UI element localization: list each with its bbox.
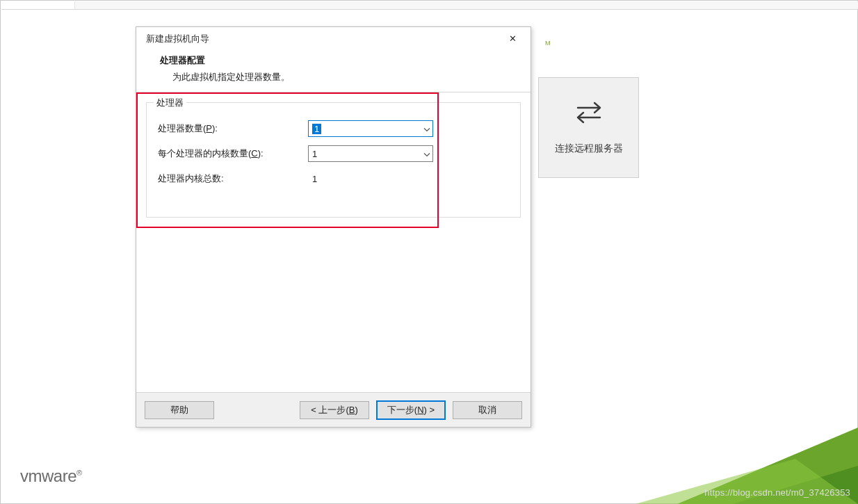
label-processors: 处理器数量(P): [155, 122, 308, 135]
dialog-header: 处理器配置 为此虚拟机指定处理器数量。 [136, 50, 531, 92]
trademark-text: M [545, 40, 551, 47]
cores-value: 1 [312, 149, 317, 159]
chevron-down-icon [423, 124, 430, 134]
dialog-heading: 处理器配置 [149, 54, 518, 67]
group-legend: 处理器 [154, 97, 186, 109]
app-window: M 连接远程服务器 新建虚拟机向导 ✕ 处理器配置 为此虚拟机指定处理器数量。 … [0, 0, 858, 504]
cores-dropdown[interactable]: 1 [308, 145, 433, 162]
help-button[interactable]: 帮助 [145, 401, 214, 419]
total-cores-value: 1 [308, 174, 317, 184]
watermark-text: https://blog.csdn.net/m0_37426353 [704, 487, 850, 498]
processors-value: 1 [312, 124, 321, 134]
vmware-logo: vmware® [20, 466, 82, 486]
transfer-arrows-icon [574, 101, 604, 127]
dialog-body: 处理器 处理器数量(P): 1 每个处理器的内核数量(C): [136, 92, 531, 392]
label-cores: 每个处理器的内核数量(C): [155, 147, 308, 160]
chevron-down-icon [423, 149, 430, 159]
row-processors: 处理器数量(P): 1 [155, 116, 512, 141]
dialog-subheading: 为此虚拟机指定处理器数量。 [149, 71, 518, 83]
row-total-cores: 处理器内核总数: 1 [155, 166, 512, 191]
processor-group: 处理器 处理器数量(P): 1 每个处理器的内核数量(C): [146, 102, 521, 218]
dialog-close-button[interactable]: ✕ [497, 29, 528, 49]
new-vm-wizard-dialog: 新建虚拟机向导 ✕ 处理器配置 为此虚拟机指定处理器数量。 处理器 处理器数量(… [136, 26, 531, 428]
processors-dropdown[interactable]: 1 [308, 120, 433, 137]
app-tab-strip [1, 1, 858, 10]
svg-marker-1 [733, 466, 858, 504]
cancel-button[interactable]: 取消 [453, 401, 522, 419]
dialog-footer: 帮助 < 上一步(B) 下一步(N) > 取消 [136, 392, 531, 427]
back-button[interactable]: < 上一步(B) [300, 401, 369, 419]
row-cores: 每个处理器的内核数量(C): 1 [155, 141, 512, 166]
connect-remote-label: 连接远程服务器 [555, 143, 623, 155]
next-button[interactable]: 下一步(N) > [376, 400, 446, 420]
dialog-titlebar: 新建虚拟机向导 ✕ [136, 27, 531, 50]
label-total-cores: 处理器内核总数: [155, 172, 308, 185]
dialog-title: 新建虚拟机向导 [146, 33, 209, 45]
connect-remote-card[interactable]: 连接远程服务器 [538, 77, 639, 178]
